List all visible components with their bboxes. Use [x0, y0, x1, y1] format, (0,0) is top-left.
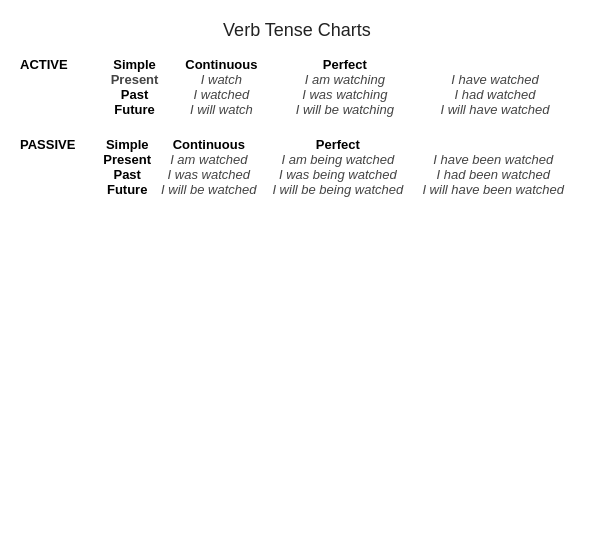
passive-future-label: Future [100, 182, 154, 197]
passive-past-simple: I was watched [154, 167, 263, 182]
active-present-perfect: I have watched [416, 72, 574, 87]
active-section-label: ACTIVE [20, 57, 100, 117]
passive-table: PASSIVE Simple Continuous Perfect Presen… [20, 137, 574, 197]
passive-header-simple: Simple [100, 137, 154, 152]
passive-present-continuous: I am being watched [263, 152, 412, 167]
passive-future-perfect: I will have been watched [412, 182, 574, 197]
passive-section: PASSIVE Simple Continuous Perfect Presen… [20, 137, 574, 197]
active-table: ACTIVE Simple Continuous Perfect Present… [20, 57, 574, 117]
passive-past-continuous: I was being watched [263, 167, 412, 182]
passive-present-perfect: I have been watched [412, 152, 574, 167]
passive-present-label: Present [100, 152, 154, 167]
active-future-continuous: I will be watching [274, 102, 416, 117]
passive-header-continuous: Continuous [154, 137, 263, 152]
passive-present-simple: I am watched [154, 152, 263, 167]
active-row-future: Future I will watch I will be watching I… [100, 102, 574, 117]
active-past-label: Past [100, 87, 169, 102]
active-section: ACTIVE Simple Continuous Perfect Present… [20, 57, 574, 117]
page-title: Verb Tense Charts [20, 20, 574, 41]
passive-header-row: PASSIVE Simple Continuous Perfect Presen… [20, 137, 574, 197]
active-present-simple: I watch [169, 72, 274, 87]
active-future-label: Future [100, 102, 169, 117]
active-present-label: Present [100, 72, 169, 87]
active-future-perfect: I will have watched [416, 102, 574, 117]
active-past-simple: I watched [169, 87, 274, 102]
active-future-simple: I will watch [169, 102, 274, 117]
passive-header-perfect: Perfect [263, 137, 412, 152]
active-header-perfect: Perfect [274, 57, 416, 72]
passive-past-perfect: I had been watched [412, 167, 574, 182]
active-row-present: Present I watch I am watching I have wat… [100, 72, 574, 87]
active-past-continuous: I was watching [274, 87, 416, 102]
passive-row-future: Future I will be watched I will be being… [100, 182, 574, 197]
active-present-continuous: I am watching [274, 72, 416, 87]
active-past-perfect: I had watched [416, 87, 574, 102]
passive-future-continuous: I will be being watched [263, 182, 412, 197]
active-header-continuous: Continuous [169, 57, 274, 72]
active-header-simple: Simple [100, 57, 169, 72]
passive-future-simple: I will be watched [154, 182, 263, 197]
passive-row-past: Past I was watched I was being watched I… [100, 167, 574, 182]
passive-past-label: Past [100, 167, 154, 182]
active-header-row: ACTIVE Simple Continuous Perfect Present… [20, 57, 574, 117]
active-row-past: Past I watched I was watching I had watc… [100, 87, 574, 102]
passive-section-label: PASSIVE [20, 137, 100, 197]
passive-row-present: Present I am watched I am being watched … [100, 152, 574, 167]
